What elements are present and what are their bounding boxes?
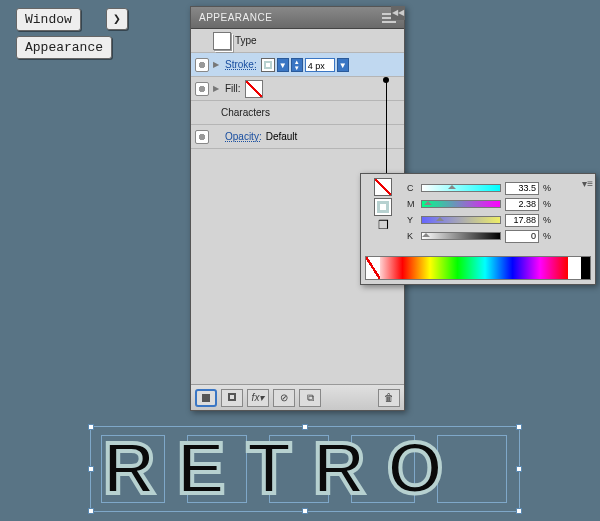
cmyk-sliders: C 33.5 % M 2.38 % Y 17.88 % K 0 % [407, 180, 551, 244]
new-stroke-button[interactable] [221, 389, 243, 407]
channel-label: C [407, 183, 417, 193]
panel-body: Type ▶ Stroke: ▼ ▲▼ 4 px ▼ ▶ Fill: Chara… [191, 29, 404, 149]
channel-value[interactable]: 17.88 [505, 214, 539, 227]
selection-handle[interactable] [516, 508, 522, 514]
color-3d-preview-icon: ❒ [378, 218, 389, 232]
selection-handle[interactable] [516, 424, 522, 430]
fill-none-swatch-icon[interactable] [245, 80, 263, 98]
selection-handle[interactable] [88, 508, 94, 514]
channel-value[interactable]: 2.38 [505, 198, 539, 211]
appearance-row-fill[interactable]: ▶ Fill: [191, 77, 404, 101]
channel-value[interactable]: 0 [505, 230, 539, 243]
add-effect-button[interactable]: fx▾ [247, 389, 269, 407]
delete-item-button[interactable]: 🗑 [378, 389, 400, 407]
panel-header: APPEARANCE [191, 7, 404, 29]
channel-label: K [407, 231, 417, 241]
appearance-row-opacity[interactable]: Opacity: Default [191, 125, 404, 149]
stroke-weight-stepper[interactable]: ▲▼ [291, 58, 303, 72]
panel-collapse-icon[interactable]: ◀◀ [391, 6, 405, 20]
slider-track[interactable] [421, 232, 501, 240]
menu-window[interactable]: Window [16, 8, 81, 31]
selection-handle[interactable] [88, 466, 94, 472]
type-label: Type [235, 35, 257, 46]
slider-y[interactable]: Y 17.88 % [407, 212, 551, 228]
appearance-row-stroke[interactable]: ▶ Stroke: ▼ ▲▼ 4 px ▼ [191, 53, 404, 77]
color-none-swatch-icon[interactable] [374, 178, 392, 196]
color-flyout-menu-icon[interactable]: ▾≡ [582, 178, 593, 189]
stroke-weight-field[interactable]: 4 px [305, 58, 335, 72]
slider-track[interactable] [421, 200, 501, 208]
fill-label: Fill: [225, 83, 241, 94]
slider-track[interactable] [421, 184, 501, 192]
panel-footer: fx▾ ⊘ ⧉ 🗑 [191, 384, 404, 410]
slider-c[interactable]: C 33.5 % [407, 180, 551, 196]
channel-label: M [407, 199, 417, 209]
appearance-row-type[interactable]: Type [191, 29, 404, 53]
new-fill-button[interactable] [195, 389, 217, 407]
slider-k[interactable]: K 0 % [407, 228, 551, 244]
stroke-weight-dropdown-icon[interactable]: ▼ [337, 58, 349, 72]
disclosure-icon[interactable]: ▶ [213, 84, 221, 93]
visibility-toggle-icon[interactable] [195, 58, 209, 72]
duplicate-item-button[interactable]: ⧉ [299, 389, 321, 407]
channel-label: Y [407, 215, 417, 225]
selection-handle[interactable] [88, 424, 94, 430]
panel-title: APPEARANCE [199, 12, 272, 23]
clear-appearance-button[interactable]: ⊘ [273, 389, 295, 407]
stroke-label[interactable]: Stroke: [225, 59, 257, 70]
percent-label: % [543, 183, 551, 193]
stroke-color-swatch[interactable] [261, 58, 275, 72]
channel-value[interactable]: 33.5 [505, 182, 539, 195]
color-spectrum[interactable] [365, 256, 591, 280]
type-thumb-icon [213, 32, 231, 50]
opacity-value: Default [266, 131, 298, 142]
submenu-arrow-icon: ❯ [106, 8, 128, 30]
characters-label: Characters [221, 107, 270, 118]
appearance-row-characters[interactable]: Characters [191, 101, 404, 125]
color-picker-popup: ▾≡ ❒ C 33.5 % M 2.38 % Y 17.88 % K 0 [360, 173, 596, 285]
color-active-stroke-swatch[interactable] [374, 198, 392, 216]
artwork-text[interactable]: RETRO [103, 427, 465, 509]
stroke-color-dropdown-icon[interactable]: ▼ [277, 58, 289, 72]
selection-handle[interactable] [516, 466, 522, 472]
percent-label: % [543, 231, 551, 241]
percent-label: % [543, 199, 551, 209]
opacity-label[interactable]: Opacity: [225, 131, 262, 142]
visibility-toggle-icon[interactable] [195, 82, 209, 96]
percent-label: % [543, 215, 551, 225]
disclosure-icon[interactable]: ▶ [213, 60, 221, 69]
text-selection-bounds[interactable]: RETRO [90, 426, 520, 512]
menu-appearance[interactable]: Appearance [16, 36, 112, 59]
callout-line [386, 80, 387, 180]
slider-m[interactable]: M 2.38 % [407, 196, 551, 212]
visibility-toggle-icon[interactable] [195, 130, 209, 144]
slider-track[interactable] [421, 216, 501, 224]
